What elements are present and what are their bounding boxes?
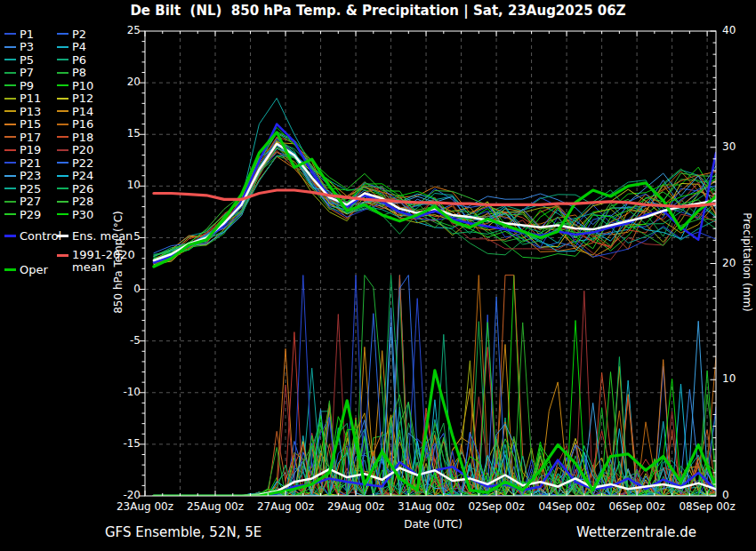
- member-precip-line: [154, 276, 716, 496]
- legend-swatch: [4, 124, 16, 125]
- x-tick-label: 23Aug 00z: [110, 500, 180, 513]
- meteogram-screen: De Bilt (NL) 850 hPa Temp. & Precipitati…: [0, 0, 756, 551]
- y-right-tick-label: 10: [722, 372, 752, 385]
- legend-label: P7: [20, 67, 34, 78]
- legend-item-p4: P4: [57, 41, 86, 53]
- legend-label: P16: [72, 118, 93, 130]
- legend-item-p29: P29: [4, 208, 41, 220]
- legend-swatch: [57, 59, 68, 60]
- legend-label: 1991-2020mean: [72, 249, 135, 274]
- y-right-tick-label: 0: [722, 489, 752, 501]
- legend-item-p11: P11: [4, 92, 41, 105]
- legend-item-p19: P19: [4, 144, 41, 156]
- site-footer-text: Wetterzentrale.de: [576, 524, 696, 540]
- legend-swatch: [4, 84, 16, 86]
- legend-item-p7: P7: [4, 67, 34, 79]
- member-precip-line: [154, 276, 716, 496]
- legend-swatch: [57, 213, 68, 215]
- member-precip-line: [154, 276, 716, 496]
- model-footer-text: GFS Ensemble, 52N, 5E: [105, 524, 261, 540]
- legend-item-p3: P3: [4, 41, 34, 53]
- legend-item-p21: P21: [4, 156, 41, 169]
- x-tick-label: 29Aug 00z: [321, 500, 390, 513]
- legend-item-1991-2020: 1991-2020mean: [57, 249, 135, 261]
- legend-swatch: [4, 188, 16, 189]
- legend-label: P2: [72, 28, 86, 40]
- x-axis-label: Date (UTC): [389, 518, 478, 531]
- legend-item-p1: P1: [4, 28, 34, 40]
- legend-label: P15: [20, 118, 41, 130]
- legend-item-p28: P28: [57, 196, 93, 208]
- legend-item-p16: P16: [57, 118, 93, 131]
- legend-item-p10: P10: [57, 79, 93, 92]
- legend-swatch: [57, 162, 68, 164]
- legend-label: P3: [20, 41, 34, 52]
- legend-item-oper: Oper: [4, 263, 48, 276]
- legend-label: P17: [20, 132, 41, 143]
- legend-swatch: [4, 110, 16, 112]
- y-left-tick-label: 25: [103, 24, 141, 36]
- series-lines: [154, 99, 716, 497]
- legend-swatch: [4, 235, 16, 237]
- x-tick-label: 31Aug 00z: [391, 500, 461, 513]
- legend-item-p30: P30: [57, 208, 93, 220]
- y-left-tick-label: 15: [103, 127, 141, 140]
- legend-swatch: [57, 201, 68, 203]
- legend-label: P19: [20, 144, 41, 156]
- legend-label: P25: [20, 183, 41, 195]
- chart-title: De Bilt (NL) 850 hPa Temp. & Precipitati…: [0, 3, 756, 19]
- legend-swatch: [4, 268, 16, 271]
- legend-label: P10: [72, 80, 93, 92]
- legend-label: P1: [20, 28, 34, 40]
- legend-label: P22: [72, 157, 93, 169]
- member-precip-line: [154, 276, 716, 496]
- legend-item-p18: P18: [57, 131, 93, 143]
- y-left-tick-label: 0: [103, 283, 141, 295]
- x-tick-label: 02Sep 00z: [462, 500, 531, 513]
- y-left-tick-label: 10: [103, 179, 141, 191]
- legend-label: P11: [20, 92, 41, 104]
- legend-item-p26: P26: [57, 182, 93, 195]
- legend-swatch: [4, 33, 16, 35]
- legend-swatch: [57, 136, 68, 138]
- member-temp-line: [154, 133, 716, 259]
- legend-label: P24: [72, 170, 93, 181]
- x-tick-label: 04Sep 00z: [532, 500, 601, 513]
- legend-label: P28: [72, 196, 93, 207]
- x-tick-label: 06Sep 00z: [602, 500, 672, 513]
- legend-swatch: [57, 84, 68, 86]
- y-left-tick-label: -15: [103, 437, 141, 450]
- member-precip-line: [154, 276, 716, 496]
- y-right-tick-label: 30: [722, 140, 752, 153]
- legend-swatch: [4, 175, 16, 177]
- member-precip-line: [154, 276, 716, 496]
- legend-swatch: [57, 254, 68, 257]
- legend-label: P14: [72, 106, 93, 117]
- legend-swatch: [4, 201, 16, 203]
- legend-item-p23: P23: [4, 170, 41, 182]
- x-tick-label: 08Sep 00z: [672, 500, 742, 513]
- legend-swatch: [4, 162, 16, 164]
- legend-label: P29: [20, 209, 41, 220]
- legend-label: P21: [20, 157, 41, 169]
- legend-item-p2: P2: [57, 28, 86, 40]
- y-left-tick-label: -20: [103, 489, 141, 501]
- legend-item-p14: P14: [57, 105, 93, 117]
- legend-swatch: [4, 98, 16, 100]
- plot-frame: [145, 31, 716, 496]
- y-left-tick-label: 20: [103, 76, 141, 88]
- legend-item-p24: P24: [57, 170, 93, 182]
- y-left-tick-label: -5: [103, 334, 141, 347]
- legend-swatch: [57, 149, 68, 151]
- legend-label: P9: [20, 80, 34, 92]
- member-precip-line: [154, 276, 716, 496]
- legend-label: P30: [72, 209, 93, 220]
- legend-label: P27: [20, 196, 41, 207]
- legend-swatch: [57, 110, 68, 112]
- legend-item-p25: P25: [4, 182, 41, 195]
- legend-item-p17: P17: [4, 131, 41, 143]
- legend-swatch: [4, 136, 16, 138]
- legend-item-p5: P5: [4, 53, 34, 66]
- gridlines: [145, 31, 716, 496]
- legend-label: P6: [72, 54, 86, 66]
